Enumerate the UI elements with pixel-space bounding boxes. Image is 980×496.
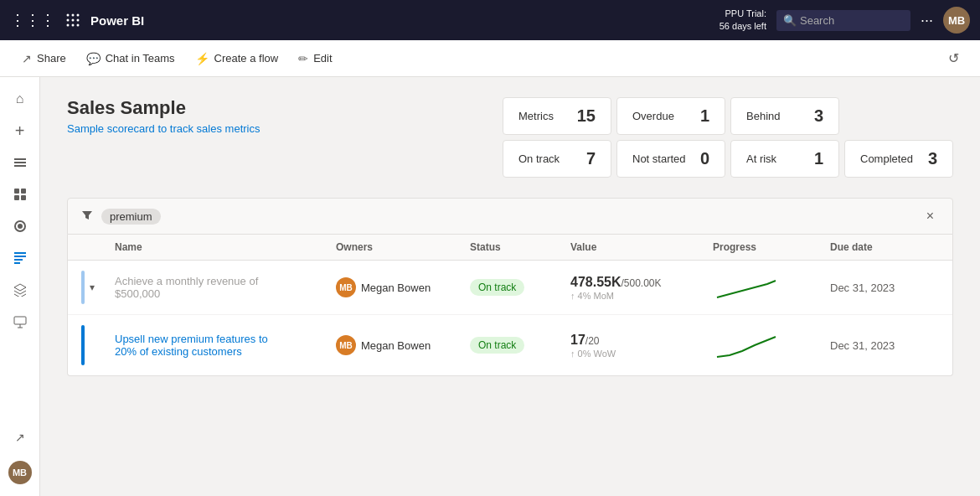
app-name: Power BI — [90, 13, 144, 28]
row1-owner-name: Megan Bowen — [361, 282, 431, 294]
svg-rect-9 — [14, 189, 19, 194]
row2-owner-name: Megan Bowen — [361, 339, 431, 352]
chat-in-teams-button[interactable]: 💬 Chat in Teams — [78, 47, 183, 70]
sidebar-item-home[interactable]: ⌂ — [5, 84, 35, 114]
metric-behind[interactable]: Behind 3 — [730, 97, 839, 135]
row1-indicator — [81, 271, 85, 304]
row1-progress-chart — [713, 272, 780, 302]
svg-point-5 — [77, 19, 80, 22]
svg-point-2 — [77, 14, 80, 17]
grid-dots-icon[interactable] — [65, 13, 80, 28]
sidebar-item-monitor[interactable] — [5, 307, 35, 337]
metric-at-risk[interactable]: At risk 1 — [730, 140, 839, 178]
col-header-value: Value — [570, 241, 713, 253]
trial-info: PPU Trial: 56 days left — [720, 8, 766, 34]
scorecard-subtitle[interactable]: Sample scorecard to track sales metrics — [67, 122, 486, 135]
svg-point-0 — [67, 14, 70, 17]
sidebar-item-external[interactable]: ↗ — [5, 422, 35, 452]
filter-tag-premium: premium — [101, 209, 161, 225]
metric-completed[interactable]: Completed 3 — [844, 140, 953, 178]
svg-point-6 — [67, 24, 70, 27]
metric-overdue[interactable]: Overdue 1 — [616, 97, 725, 135]
refresh-button[interactable]: ↺ — [940, 45, 967, 72]
share-button[interactable]: ↗ Share — [13, 47, 75, 70]
svg-point-7 — [72, 24, 75, 27]
row1-expand-cell: ▾ — [81, 271, 115, 304]
row1-name-text: Achieve a monthly revenue of — [115, 275, 258, 287]
filter-icon — [81, 209, 93, 224]
scorecard-title: Sales Sample — [67, 97, 486, 119]
sidebar-user-avatar[interactable]: MB — [5, 457, 35, 488]
row2-progress-chart — [713, 330, 780, 360]
filter-bar: premium × — [67, 198, 953, 235]
search-icon: 🔍 — [783, 14, 797, 27]
svg-point-4 — [72, 19, 75, 22]
row1-status-badge: On track — [470, 279, 524, 296]
sidebar-item-browse[interactable] — [5, 147, 35, 178]
row2-value-main: 17 — [570, 333, 585, 347]
row2-status-badge: On track — [470, 337, 524, 354]
table-header: Name Owners Status Value Progress Due da… — [68, 235, 952, 261]
share-icon: ↗ — [22, 52, 32, 65]
svg-rect-13 — [14, 252, 26, 254]
data-table: Name Owners Status Value Progress Due da… — [67, 235, 953, 376]
sidebar-item-create2[interactable] — [5, 179, 35, 209]
svg-point-8 — [77, 24, 80, 27]
row1-progress-cell — [713, 272, 830, 302]
scorecard-header: Sales Sample Sample scorecard to track s… — [67, 97, 953, 178]
svg-rect-12 — [21, 195, 26, 200]
row2-value-denom: /20 — [585, 335, 600, 347]
svg-rect-11 — [14, 195, 19, 200]
row1-status-cell: On track — [470, 279, 570, 296]
metric-metrics[interactable]: Metrics 15 — [503, 97, 611, 135]
col-header-due-date: Due date — [830, 241, 939, 253]
row2-progress-cell — [713, 330, 830, 360]
row2-name-cell: Upsell new premium features to 20% of ex… — [115, 333, 336, 358]
row2-owner-avatar: MB — [336, 335, 356, 355]
sidebar-item-scorecard[interactable] — [5, 243, 35, 273]
metric-on-track[interactable]: On track 7 — [503, 140, 611, 178]
row2-name-text[interactable]: Upsell new premium features to — [115, 333, 268, 345]
row1-owner-cell: MB Megan Bowen — [336, 277, 470, 297]
row2-value-cell: 17/20 ↑ 0% WoW — [570, 333, 713, 359]
metric-not-started[interactable]: Not started 0 — [616, 140, 725, 178]
sidebar-item-goals[interactable] — [5, 211, 35, 241]
col-header-name: Name — [115, 241, 336, 253]
svg-rect-17 — [14, 317, 26, 324]
sidebar-item-create[interactable]: + — [5, 116, 35, 146]
svg-rect-16 — [14, 262, 20, 264]
filter-close-button[interactable]: × — [921, 207, 939, 225]
top-bar: ⋮⋮⋮ Power BI PPU Trial: 56 days left 🔍 ·… — [0, 0, 980, 40]
sidebar-bottom: ↗ MB — [5, 422, 35, 489]
action-bar-right: ↺ — [940, 45, 967, 72]
edit-button[interactable]: ✏ Edit — [290, 47, 340, 70]
svg-rect-14 — [14, 256, 26, 257]
svg-rect-10 — [21, 189, 26, 194]
row1-value-change: ↑ 4% MoM — [570, 291, 713, 301]
row1-expand-button[interactable]: ▾ — [88, 280, 96, 295]
scorecard-title-section: Sales Sample Sample scorecard to track s… — [67, 97, 486, 135]
sidebar-item-learn[interactable] — [5, 275, 35, 305]
row1-due-date: Dec 31, 2023 — [830, 282, 939, 294]
flow-icon: ⚡ — [195, 52, 209, 65]
row1-name-subtext: $500,000 — [115, 287, 258, 300]
col-header-progress: Progress — [713, 241, 830, 253]
col-header-expand — [81, 241, 115, 253]
row2-expand-cell — [81, 325, 115, 365]
user-avatar[interactable]: MB — [943, 7, 970, 34]
svg-rect-15 — [14, 259, 23, 261]
row1-name-cell: Achieve a monthly revenue of $500,000 — [115, 275, 336, 300]
row2-indicator — [81, 325, 85, 365]
action-buttons: ↗ Share 💬 Chat in Teams ⚡ Create a flow … — [13, 47, 341, 70]
row1-owner-avatar: MB — [336, 277, 356, 297]
create-flow-button[interactable]: ⚡ Create a flow — [187, 47, 287, 70]
row2-owner-cell: MB Megan Bowen — [336, 335, 470, 355]
grid-icon[interactable]: ⋮⋮⋮ — [10, 11, 55, 29]
more-options-icon[interactable]: ··· — [921, 12, 933, 29]
row2-status-cell: On track — [470, 337, 570, 354]
action-bar: ↗ Share 💬 Chat in Teams ⚡ Create a flow … — [0, 40, 980, 77]
row2-name-subtext[interactable]: 20% of existing customers — [115, 345, 268, 358]
row1-value-main: 478.55K — [570, 275, 622, 289]
teams-icon: 💬 — [86, 52, 101, 65]
col-header-status: Status — [470, 241, 570, 253]
